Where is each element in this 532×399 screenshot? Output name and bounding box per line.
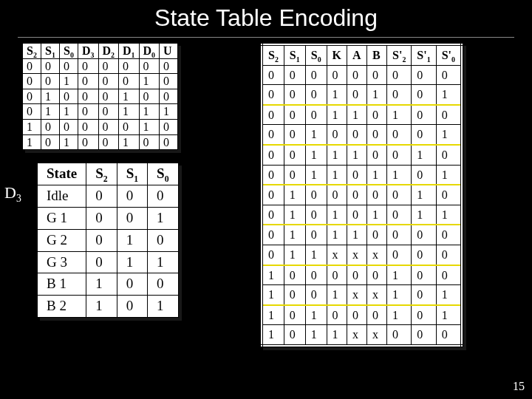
table-cell: 1 [412, 185, 436, 205]
col-header: S1 [117, 163, 147, 185]
truth-table-right: S2S1S0KABS'2S'1S'00000000000001010010001… [260, 43, 463, 347]
table-cell: 0 [119, 119, 140, 134]
table-cell: 0 [347, 185, 367, 205]
table-cell: 0 [284, 305, 305, 325]
table-cell: 0 [262, 165, 284, 185]
table-cell: 0 [98, 89, 119, 104]
col-header: D1 [119, 44, 140, 59]
table-cell: 1 [436, 285, 462, 305]
table-cell: 0 [412, 125, 436, 145]
table-cell: 1 [284, 225, 305, 245]
table-cell: 0 [367, 265, 387, 285]
table-cell: 1 [347, 145, 367, 165]
table-cell: 1 [262, 305, 284, 325]
table-cell: 0 [367, 65, 387, 85]
table-cell: 1 [148, 207, 178, 229]
col-header: S0 [148, 163, 178, 185]
table-cell: 0 [305, 285, 327, 305]
table-cell: x [367, 325, 387, 346]
table-cell: 0 [412, 105, 436, 125]
table-cell: x [327, 245, 347, 265]
table-cell: 0 [436, 225, 462, 245]
table-cell: 1 [41, 104, 60, 120]
table-cell: 1 [305, 165, 327, 185]
table-cell: 1 [305, 125, 327, 145]
table-cell: 0 [347, 65, 367, 85]
table-cell: 1 [284, 245, 305, 265]
table-cell: 1 [262, 325, 284, 346]
table-cell: x [367, 285, 387, 305]
table-cell: 0 [60, 119, 78, 134]
table-cell: 0 [347, 85, 367, 105]
table-cell: 0 [23, 58, 41, 74]
table-cell: 0 [367, 125, 387, 145]
table-cell: 1 [367, 205, 387, 225]
col-header: D2 [98, 44, 119, 59]
table-cell: 1 [347, 225, 367, 245]
truth-table-left: S2S1S0D3D2D1D0U0000000000100010010001000… [22, 43, 178, 150]
state-encoding-table: StateS2S1S0Idle000G 1001G 2010G 3011B 11… [37, 163, 179, 318]
table-cell: 1 [117, 229, 147, 251]
table-cell: 1 [347, 105, 367, 125]
col-header: S2 [23, 44, 41, 59]
table-cell: 0 [305, 105, 327, 125]
table-cell: 0 [436, 105, 462, 125]
table-cell: 0 [387, 325, 412, 346]
table-cell: 0 [117, 273, 147, 296]
table-cell: 0 [412, 325, 436, 346]
table-cell: 0 [305, 205, 327, 225]
table-cell: 0 [387, 65, 412, 85]
table-cell: 0 [327, 185, 347, 205]
table-cell: 1 [86, 296, 117, 318]
table-cell: 0 [387, 185, 412, 205]
col-header: S'1 [412, 44, 436, 65]
table-cell: 0 [148, 229, 178, 251]
table-cell: x [347, 285, 367, 305]
table-cell: 0 [78, 119, 99, 134]
table-cell: 1 [86, 273, 117, 296]
table-cell: 0 [367, 105, 387, 125]
table-cell: 0 [262, 185, 284, 205]
table-cell: 0 [23, 74, 41, 89]
table-cell: x [347, 245, 367, 265]
col-header: D3 [78, 44, 99, 59]
table-cell: 0 [98, 104, 119, 120]
table-cell: 1 [387, 105, 412, 125]
table-cell: 1 [387, 165, 412, 185]
table-cell: 1 [387, 265, 412, 285]
table-cell: 0 [284, 125, 305, 145]
table-cell: 0 [387, 205, 412, 225]
table-cell: 0 [347, 125, 367, 145]
table-cell: 1 [148, 296, 178, 318]
table-cell: 0 [284, 85, 305, 105]
table-cell: 1 [23, 134, 41, 150]
table-cell: 1 [119, 104, 140, 120]
table-cell: 0 [327, 265, 347, 285]
table-cell: 0 [436, 325, 462, 346]
col-header: S2 [262, 44, 284, 65]
table-cell: 0 [387, 125, 412, 145]
table-cell: 0 [23, 104, 41, 120]
slide-number: 15 [513, 380, 525, 393]
table-cell: 0 [117, 296, 147, 318]
table-cell: 0 [412, 265, 436, 285]
col-header: K [327, 44, 347, 65]
table-cell: 0 [436, 65, 462, 85]
table-cell: 0 [78, 74, 99, 89]
table-cell: 1 [60, 74, 78, 89]
table-cell: 1 [327, 325, 347, 346]
table-cell: 0 [139, 89, 160, 104]
table-cell: 0 [367, 185, 387, 205]
table-cell: 0 [78, 58, 99, 74]
table-cell: 1 [436, 205, 462, 225]
col-header: D0 [139, 44, 160, 59]
table-cell: 0 [139, 134, 160, 150]
d3-label: D3 [4, 183, 21, 202]
table-cell: x [367, 245, 387, 265]
table-cell: 0 [347, 165, 367, 185]
table-cell: 1 [367, 165, 387, 185]
table-cell: 1 [305, 325, 327, 346]
table-cell: 0 [436, 185, 462, 205]
table-cell: 1 [327, 105, 347, 125]
table-cell: 1 [119, 89, 140, 104]
